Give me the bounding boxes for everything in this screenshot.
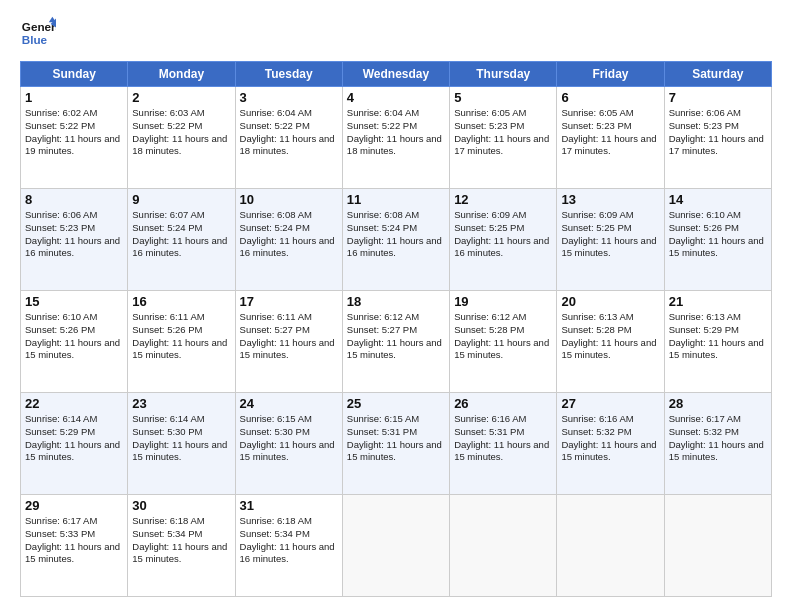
- day-number: 23: [132, 396, 230, 411]
- day-info: Sunrise: 6:09 AMSunset: 5:25 PMDaylight:…: [561, 209, 656, 258]
- day-info: Sunrise: 6:09 AMSunset: 5:25 PMDaylight:…: [454, 209, 549, 258]
- day-info: Sunrise: 6:16 AMSunset: 5:31 PMDaylight:…: [454, 413, 549, 462]
- calendar-week-row: 22 Sunrise: 6:14 AMSunset: 5:29 PMDaylig…: [21, 393, 772, 495]
- day-number: 30: [132, 498, 230, 513]
- svg-text:Blue: Blue: [22, 33, 48, 46]
- day-number: 26: [454, 396, 552, 411]
- day-info: Sunrise: 6:06 AMSunset: 5:23 PMDaylight:…: [669, 107, 764, 156]
- calendar-day-cell: [342, 495, 449, 597]
- calendar-header-cell: Wednesday: [342, 62, 449, 87]
- calendar-day-cell: 5 Sunrise: 6:05 AMSunset: 5:23 PMDayligh…: [450, 87, 557, 189]
- day-info: Sunrise: 6:02 AMSunset: 5:22 PMDaylight:…: [25, 107, 120, 156]
- day-info: Sunrise: 6:17 AMSunset: 5:33 PMDaylight:…: [25, 515, 120, 564]
- day-info: Sunrise: 6:05 AMSunset: 5:23 PMDaylight:…: [561, 107, 656, 156]
- day-number: 8: [25, 192, 123, 207]
- day-info: Sunrise: 6:11 AMSunset: 5:27 PMDaylight:…: [240, 311, 335, 360]
- day-info: Sunrise: 6:13 AMSunset: 5:28 PMDaylight:…: [561, 311, 656, 360]
- day-number: 13: [561, 192, 659, 207]
- day-info: Sunrise: 6:05 AMSunset: 5:23 PMDaylight:…: [454, 107, 549, 156]
- calendar-day-cell: 2 Sunrise: 6:03 AMSunset: 5:22 PMDayligh…: [128, 87, 235, 189]
- day-number: 20: [561, 294, 659, 309]
- calendar-day-cell: 4 Sunrise: 6:04 AMSunset: 5:22 PMDayligh…: [342, 87, 449, 189]
- page: General Blue SundayMondayTuesdayWednesda…: [0, 0, 792, 612]
- day-number: 15: [25, 294, 123, 309]
- calendar-table: SundayMondayTuesdayWednesdayThursdayFrid…: [20, 61, 772, 597]
- calendar-day-cell: 30 Sunrise: 6:18 AMSunset: 5:34 PMDaylig…: [128, 495, 235, 597]
- day-number: 27: [561, 396, 659, 411]
- calendar-body: 1 Sunrise: 6:02 AMSunset: 5:22 PMDayligh…: [21, 87, 772, 597]
- calendar-day-cell: 26 Sunrise: 6:16 AMSunset: 5:31 PMDaylig…: [450, 393, 557, 495]
- day-number: 2: [132, 90, 230, 105]
- header: General Blue: [20, 15, 772, 51]
- day-number: 7: [669, 90, 767, 105]
- calendar-day-cell: 12 Sunrise: 6:09 AMSunset: 5:25 PMDaylig…: [450, 189, 557, 291]
- day-number: 24: [240, 396, 338, 411]
- day-info: Sunrise: 6:15 AMSunset: 5:31 PMDaylight:…: [347, 413, 442, 462]
- calendar-day-cell: [664, 495, 771, 597]
- calendar-day-cell: [557, 495, 664, 597]
- calendar-day-cell: 24 Sunrise: 6:15 AMSunset: 5:30 PMDaylig…: [235, 393, 342, 495]
- calendar-header-cell: Tuesday: [235, 62, 342, 87]
- calendar-day-cell: 20 Sunrise: 6:13 AMSunset: 5:28 PMDaylig…: [557, 291, 664, 393]
- calendar-day-cell: 11 Sunrise: 6:08 AMSunset: 5:24 PMDaylig…: [342, 189, 449, 291]
- day-number: 19: [454, 294, 552, 309]
- day-info: Sunrise: 6:08 AMSunset: 5:24 PMDaylight:…: [347, 209, 442, 258]
- calendar-day-cell: [450, 495, 557, 597]
- day-info: Sunrise: 6:10 AMSunset: 5:26 PMDaylight:…: [669, 209, 764, 258]
- calendar-day-cell: 22 Sunrise: 6:14 AMSunset: 5:29 PMDaylig…: [21, 393, 128, 495]
- calendar-day-cell: 13 Sunrise: 6:09 AMSunset: 5:25 PMDaylig…: [557, 189, 664, 291]
- calendar-week-row: 29 Sunrise: 6:17 AMSunset: 5:33 PMDaylig…: [21, 495, 772, 597]
- calendar-header-cell: Monday: [128, 62, 235, 87]
- calendar-day-cell: 25 Sunrise: 6:15 AMSunset: 5:31 PMDaylig…: [342, 393, 449, 495]
- day-number: 6: [561, 90, 659, 105]
- day-info: Sunrise: 6:04 AMSunset: 5:22 PMDaylight:…: [240, 107, 335, 156]
- day-number: 12: [454, 192, 552, 207]
- day-number: 17: [240, 294, 338, 309]
- logo-icon: General Blue: [20, 15, 56, 51]
- day-number: 18: [347, 294, 445, 309]
- calendar-header-cell: Sunday: [21, 62, 128, 87]
- calendar-day-cell: 17 Sunrise: 6:11 AMSunset: 5:27 PMDaylig…: [235, 291, 342, 393]
- calendar-header-row: SundayMondayTuesdayWednesdayThursdayFrid…: [21, 62, 772, 87]
- day-number: 11: [347, 192, 445, 207]
- calendar-day-cell: 3 Sunrise: 6:04 AMSunset: 5:22 PMDayligh…: [235, 87, 342, 189]
- day-number: 28: [669, 396, 767, 411]
- calendar-header-cell: Saturday: [664, 62, 771, 87]
- calendar-day-cell: 28 Sunrise: 6:17 AMSunset: 5:32 PMDaylig…: [664, 393, 771, 495]
- day-number: 16: [132, 294, 230, 309]
- calendar-day-cell: 10 Sunrise: 6:08 AMSunset: 5:24 PMDaylig…: [235, 189, 342, 291]
- day-info: Sunrise: 6:18 AMSunset: 5:34 PMDaylight:…: [132, 515, 227, 564]
- calendar-day-cell: 6 Sunrise: 6:05 AMSunset: 5:23 PMDayligh…: [557, 87, 664, 189]
- calendar-day-cell: 27 Sunrise: 6:16 AMSunset: 5:32 PMDaylig…: [557, 393, 664, 495]
- day-info: Sunrise: 6:11 AMSunset: 5:26 PMDaylight:…: [132, 311, 227, 360]
- logo: General Blue: [20, 15, 60, 51]
- day-info: Sunrise: 6:14 AMSunset: 5:30 PMDaylight:…: [132, 413, 227, 462]
- calendar-day-cell: 8 Sunrise: 6:06 AMSunset: 5:23 PMDayligh…: [21, 189, 128, 291]
- calendar-day-cell: 14 Sunrise: 6:10 AMSunset: 5:26 PMDaylig…: [664, 189, 771, 291]
- day-info: Sunrise: 6:12 AMSunset: 5:27 PMDaylight:…: [347, 311, 442, 360]
- day-info: Sunrise: 6:08 AMSunset: 5:24 PMDaylight:…: [240, 209, 335, 258]
- day-info: Sunrise: 6:07 AMSunset: 5:24 PMDaylight:…: [132, 209, 227, 258]
- day-number: 31: [240, 498, 338, 513]
- day-number: 14: [669, 192, 767, 207]
- day-number: 5: [454, 90, 552, 105]
- day-info: Sunrise: 6:17 AMSunset: 5:32 PMDaylight:…: [669, 413, 764, 462]
- day-number: 21: [669, 294, 767, 309]
- calendar-day-cell: 16 Sunrise: 6:11 AMSunset: 5:26 PMDaylig…: [128, 291, 235, 393]
- calendar-day-cell: 23 Sunrise: 6:14 AMSunset: 5:30 PMDaylig…: [128, 393, 235, 495]
- day-number: 9: [132, 192, 230, 207]
- day-info: Sunrise: 6:04 AMSunset: 5:22 PMDaylight:…: [347, 107, 442, 156]
- day-info: Sunrise: 6:16 AMSunset: 5:32 PMDaylight:…: [561, 413, 656, 462]
- day-number: 10: [240, 192, 338, 207]
- calendar-header-cell: Thursday: [450, 62, 557, 87]
- calendar-day-cell: 29 Sunrise: 6:17 AMSunset: 5:33 PMDaylig…: [21, 495, 128, 597]
- day-number: 25: [347, 396, 445, 411]
- calendar-day-cell: 7 Sunrise: 6:06 AMSunset: 5:23 PMDayligh…: [664, 87, 771, 189]
- calendar-day-cell: 9 Sunrise: 6:07 AMSunset: 5:24 PMDayligh…: [128, 189, 235, 291]
- day-info: Sunrise: 6:15 AMSunset: 5:30 PMDaylight:…: [240, 413, 335, 462]
- day-info: Sunrise: 6:18 AMSunset: 5:34 PMDaylight:…: [240, 515, 335, 564]
- day-number: 1: [25, 90, 123, 105]
- calendar-week-row: 15 Sunrise: 6:10 AMSunset: 5:26 PMDaylig…: [21, 291, 772, 393]
- calendar-day-cell: 31 Sunrise: 6:18 AMSunset: 5:34 PMDaylig…: [235, 495, 342, 597]
- day-info: Sunrise: 6:06 AMSunset: 5:23 PMDaylight:…: [25, 209, 120, 258]
